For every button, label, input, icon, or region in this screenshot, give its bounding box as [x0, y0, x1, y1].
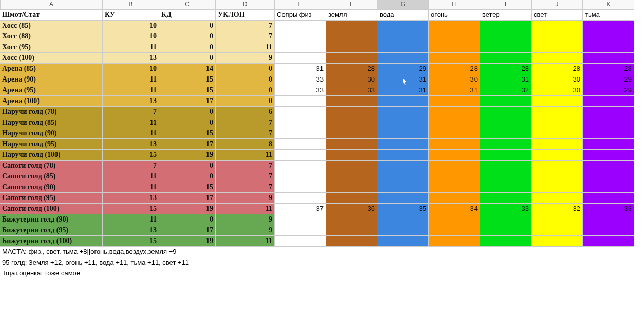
cell-r14-E[interactable]: [275, 150, 326, 161]
cell-r7-D[interactable]: 0: [216, 74, 275, 85]
cell-r19-F[interactable]: 36: [326, 204, 377, 214]
cell-r14-I[interactable]: [480, 150, 532, 161]
cell-r9-E[interactable]: [275, 96, 326, 107]
cell-r16-E[interactable]: [275, 171, 326, 182]
cell-r8-I[interactable]: 32: [480, 85, 532, 96]
cell-r2-F[interactable]: [326, 21, 377, 31]
cell-r4-F[interactable]: [326, 42, 377, 53]
cell-r22-B[interactable]: 15: [103, 236, 159, 247]
cell-r17-D[interactable]: 7: [216, 182, 275, 193]
cell-r22-F[interactable]: [326, 236, 377, 247]
header-cell-I[interactable]: ветер: [480, 10, 532, 21]
cell-r15-H[interactable]: [429, 161, 480, 171]
cell-r22-E[interactable]: [275, 236, 326, 247]
cell-r16-H[interactable]: [429, 171, 480, 182]
cell-r20-F[interactable]: [326, 214, 377, 225]
cell-r2-A[interactable]: Хосс (85): [0, 21, 103, 31]
footnote-0[interactable]: МАСТА: физ., свет, тьма +8||огонь,вода,в…: [0, 247, 634, 257]
cell-r20-D[interactable]: 9: [216, 214, 275, 225]
cell-r19-E[interactable]: 37: [275, 204, 326, 214]
cell-r21-C[interactable]: 17: [159, 225, 216, 236]
cell-r21-K[interactable]: [583, 225, 634, 236]
cell-r15-E[interactable]: [275, 161, 326, 171]
cell-r9-G[interactable]: [377, 96, 429, 107]
cell-r2-E[interactable]: [275, 21, 326, 31]
cell-r19-G[interactable]: 35: [377, 204, 429, 214]
header-cell-C[interactable]: КД: [159, 10, 216, 21]
cell-r21-A[interactable]: Бижутерия голд (95): [0, 225, 103, 236]
cell-r10-H[interactable]: [429, 107, 480, 117]
cell-r11-D[interactable]: 7: [216, 117, 275, 128]
cell-r13-F[interactable]: [326, 139, 377, 150]
column-header-B[interactable]: B: [103, 0, 159, 10]
cell-r9-I[interactable]: [480, 96, 532, 107]
cell-r8-E[interactable]: 33: [275, 85, 326, 96]
cell-r11-J[interactable]: [532, 117, 583, 128]
cell-r22-H[interactable]: [429, 236, 480, 247]
cell-r18-A[interactable]: Сапоги голд (95): [0, 193, 103, 204]
cell-r15-K[interactable]: [583, 161, 634, 171]
cell-r18-H[interactable]: [429, 193, 480, 204]
cell-r10-K[interactable]: [583, 107, 634, 117]
cell-r22-I[interactable]: [480, 236, 532, 247]
cell-r21-G[interactable]: [377, 225, 429, 236]
cell-r3-F[interactable]: [326, 31, 377, 42]
cell-r8-B[interactable]: 11: [103, 85, 159, 96]
cell-r13-J[interactable]: [532, 139, 583, 150]
cell-r12-E[interactable]: [275, 128, 326, 139]
cell-r3-I[interactable]: [480, 31, 532, 42]
cell-r8-F[interactable]: 33: [326, 85, 377, 96]
cell-r7-G[interactable]: 31: [377, 74, 429, 85]
cell-r2-D[interactable]: 7: [216, 21, 275, 31]
cell-r20-I[interactable]: [480, 214, 532, 225]
cell-r16-C[interactable]: 0: [159, 171, 216, 182]
cell-r13-E[interactable]: [275, 139, 326, 150]
cell-r7-J[interactable]: 30: [532, 74, 583, 85]
cell-r14-K[interactable]: [583, 150, 634, 161]
cell-r2-I[interactable]: [480, 21, 532, 31]
cell-r11-A[interactable]: Наручи голд (85): [0, 117, 103, 128]
cell-r20-A[interactable]: Бижутерия голд (90): [0, 214, 103, 225]
cell-r21-J[interactable]: [532, 225, 583, 236]
cell-r11-C[interactable]: 0: [159, 117, 216, 128]
cell-r15-G[interactable]: [377, 161, 429, 171]
cell-r17-B[interactable]: 11: [103, 182, 159, 193]
footnote-2[interactable]: Тщат.оценка: тоже самое: [0, 268, 634, 279]
column-header-H[interactable]: H: [429, 0, 480, 10]
cell-r20-C[interactable]: 0: [159, 214, 216, 225]
cell-r4-B[interactable]: 11: [103, 42, 159, 53]
cell-r17-C[interactable]: 15: [159, 182, 216, 193]
cell-r22-G[interactable]: [377, 236, 429, 247]
cell-r17-E[interactable]: [275, 182, 326, 193]
cell-r16-G[interactable]: [377, 171, 429, 182]
cell-r9-B[interactable]: 13: [103, 96, 159, 107]
column-header-A[interactable]: A: [0, 0, 103, 10]
cell-r18-I[interactable]: [480, 193, 532, 204]
footnote-1[interactable]: 95 голд: Земля +12, огонь +11, вода +11,…: [0, 257, 634, 268]
header-cell-J[interactable]: свет: [532, 10, 583, 21]
cell-r13-G[interactable]: [377, 139, 429, 150]
cell-r10-B[interactable]: 7: [103, 107, 159, 117]
cell-r2-H[interactable]: [429, 21, 480, 31]
cell-r7-F[interactable]: 30: [326, 74, 377, 85]
cell-r21-F[interactable]: [326, 225, 377, 236]
cell-r13-K[interactable]: [583, 139, 634, 150]
cell-r5-E[interactable]: [275, 53, 326, 64]
cell-r4-I[interactable]: [480, 42, 532, 53]
header-cell-G[interactable]: вода: [377, 10, 429, 21]
cell-r13-I[interactable]: [480, 139, 532, 150]
cell-r20-K[interactable]: [583, 214, 634, 225]
cell-r8-K[interactable]: 29: [583, 85, 634, 96]
cell-r3-C[interactable]: 0: [159, 31, 216, 42]
cell-r3-A[interactable]: Хосс (88): [0, 31, 103, 42]
cell-r15-C[interactable]: 0: [159, 161, 216, 171]
cell-r18-E[interactable]: [275, 193, 326, 204]
cell-r21-B[interactable]: 13: [103, 225, 159, 236]
cell-r12-F[interactable]: [326, 128, 377, 139]
cell-r6-I[interactable]: 28: [480, 64, 532, 74]
cell-r13-D[interactable]: 8: [216, 139, 275, 150]
cell-r6-A[interactable]: Арена (85): [0, 64, 103, 74]
cell-r19-I[interactable]: 33: [480, 204, 532, 214]
cell-r20-B[interactable]: 11: [103, 214, 159, 225]
cell-r5-G[interactable]: [377, 53, 429, 64]
